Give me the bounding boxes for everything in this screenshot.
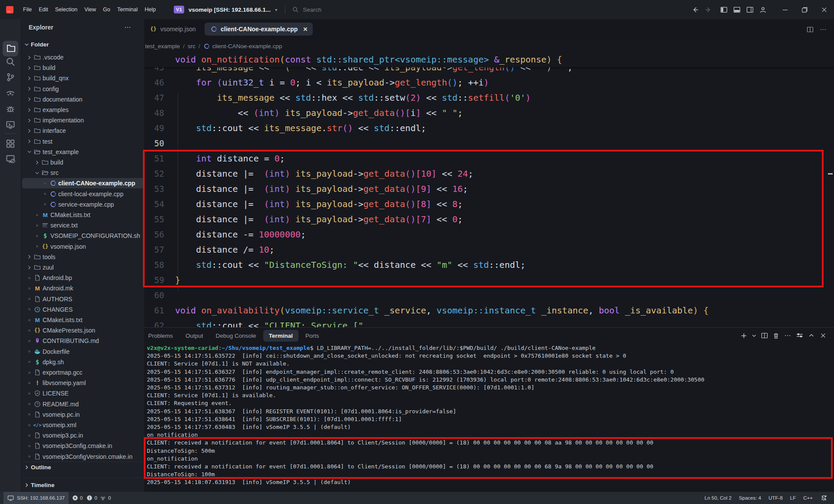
panel-more-actions-icon[interactable]: ⋯ — [782, 332, 794, 339]
tree-file-libvsomeip.yaml[interactable]: !libvsomeip.yaml — [22, 378, 144, 388]
language-mode[interactable]: C++ — [803, 495, 813, 501]
breadcrumb-item[interactable]: src — [188, 43, 195, 49]
split-editor-icon[interactable] — [804, 26, 817, 33]
menu-help[interactable]: Help — [141, 0, 159, 19]
test-screen-activity-icon[interactable] — [0, 117, 21, 132]
tree-file-Android.bp[interactable]: Android.bp — [22, 273, 144, 283]
close-tab-icon[interactable]: ✕ — [303, 26, 308, 33]
maximize-button[interactable] — [795, 0, 814, 19]
tree-folder-build[interactable]: build — [22, 157, 144, 168]
tab-client-CANoe-example.cpp[interactable]: client-CANoe-example.cpp✕ — [205, 23, 313, 36]
tab-vsomeip.json[interactable]: {}vsomeip.json — [144, 23, 201, 36]
notifications-muted-icon[interactable] — [821, 495, 827, 501]
search-activity-icon[interactable] — [0, 54, 21, 69]
tree-file-vsomeip.json[interactable]: {}vsomeip.json — [22, 241, 144, 252]
tree-file-LICENSE[interactable]: LICENSE — [22, 388, 144, 399]
tree-file-dpkg.sh[interactable]: $dpkg.sh — [22, 357, 144, 367]
outline-section-header[interactable]: Outline — [21, 461, 144, 472]
breadcrumb[interactable]: test_example/src/client-CANoe-example.cp… — [144, 40, 834, 52]
split-terminal-icon[interactable] — [758, 332, 770, 339]
cursor-position[interactable]: Ln 50, Col 2 — [705, 495, 731, 501]
title-chevron-down-icon[interactable]: ▾ — [275, 7, 277, 12]
tree-file-exportmap.gcc[interactable]: exportmap.gcc — [22, 367, 144, 378]
timeline-section-header[interactable]: Timeline — [21, 478, 144, 492]
eol-sequence[interactable]: LF — [790, 495, 796, 501]
tree-file-service.txt[interactable]: service.txt — [22, 220, 144, 231]
tree-folder-build_qnx[interactable]: build_qnx — [22, 73, 144, 83]
tree-file-CMakePresets.json[interactable]: {}CMakePresets.json — [22, 325, 144, 336]
tree-file-CHANGES[interactable]: CHANGES — [22, 304, 144, 315]
editor-scrollbar-thumb[interactable] — [828, 173, 833, 175]
tree-file-CONTRIBUTING.md[interactable]: CONTRIBUTING.md — [22, 336, 144, 346]
go-forward-icon[interactable] — [702, 0, 715, 19]
tree-folder-build[interactable]: build — [22, 63, 144, 73]
go-back-icon[interactable] — [688, 0, 702, 19]
editor-more-actions-icon[interactable]: ⋯ — [817, 26, 830, 33]
remote-version-badge[interactable]: V1 — [174, 6, 184, 13]
window-title[interactable]: vsomeip [SSH: 192.168.66.1... — [189, 7, 271, 13]
panel-tab-terminal[interactable]: Terminal — [263, 330, 298, 342]
toggle-secondary-sidebar-icon[interactable] — [743, 0, 756, 19]
tree-folder-implementation[interactable]: implementation — [22, 115, 144, 125]
tree-file-Android.mk[interactable]: MAndroid.mk — [22, 283, 144, 293]
tree-file-VSOMEIP_CONFIGURATION.sh[interactable]: $VSOMEIP_CONFIGURATION.sh — [22, 231, 144, 241]
menu-terminal[interactable]: Terminal — [114, 0, 141, 19]
tree-folder-documentation[interactable]: documentation — [22, 94, 144, 105]
menu-file[interactable]: File — [20, 0, 35, 19]
tree-file-vsomeip.xml[interactable]: </>vsomeip.xml — [22, 420, 144, 430]
menu-view[interactable]: View — [81, 0, 99, 19]
menu-go[interactable]: Go — [99, 0, 114, 19]
encoding[interactable]: UTF-8 — [768, 495, 783, 501]
sticky-scroll-line[interactable]: void on_notification(const std::shared_p… — [144, 52, 834, 67]
tree-file-vsomeip3Config.cmake.in[interactable]: vsomeip3Config.cmake.in — [22, 441, 144, 451]
panel-tab-debug-console[interactable]: Debug Console — [210, 330, 262, 342]
tree-file-client-local-example.cpp[interactable]: client-local-example.cpp — [22, 189, 144, 199]
tree-folder-examples[interactable]: examples — [22, 105, 144, 115]
tree-file-CMakeLists.txt[interactable]: MCMakeLists.txt — [22, 210, 144, 220]
tree-folder-test_example[interactable]: test_example — [22, 147, 144, 157]
tree-file-service-example.cpp[interactable]: service-example.cpp — [22, 199, 144, 210]
new-terminal-icon[interactable] — [738, 333, 750, 339]
close-panel-icon[interactable] — [817, 333, 829, 339]
maximize-panel-icon[interactable] — [805, 333, 817, 339]
menu-edit[interactable]: Edit — [35, 0, 52, 19]
source-control-activity-icon[interactable] — [0, 69, 21, 85]
tree-file-vsomeip3.pc.in[interactable]: vsomeip3.pc.in — [22, 430, 144, 441]
menu-selection[interactable]: Selection — [52, 0, 81, 19]
indentation[interactable]: Spaces: 4 — [739, 495, 761, 501]
tree-file-AUTHORS[interactable]: AUTHORS — [22, 294, 144, 304]
tree-folder-config[interactable]: config — [22, 84, 144, 94]
tree-folder-interface[interactable]: interface — [22, 125, 144, 136]
tree-file-CMakeLists.txt[interactable]: MCMakeLists.txt — [22, 315, 144, 325]
search-input[interactable]: Search — [292, 7, 321, 13]
tree-folder-.vscode[interactable]: .vscode — [22, 52, 144, 63]
tree-file-client-CANoe-example.cpp[interactable]: client-CANoe-example.cpp — [22, 178, 144, 188]
toggle-sidebar-icon[interactable] — [717, 0, 730, 19]
breadcrumb-item[interactable]: client-CANoe-example.cpp — [212, 43, 282, 49]
tree-file-vsomeip3ConfigVersion.cmake.in[interactable]: vsomeip3ConfigVersion.cmake.in — [22, 451, 144, 462]
remote-indicator[interactable]: SSH: 192.168.66.137 — [3, 492, 69, 504]
workspace-folder-header[interactable]: Folder — [21, 39, 144, 49]
terminal-tune-icon[interactable] — [794, 332, 805, 339]
minimize-button[interactable] — [775, 0, 795, 19]
tree-file-README.md[interactable]: ?README.md — [22, 399, 144, 409]
tree-file-vsomeip.pc.in[interactable]: vsomeip.pc.in — [22, 409, 144, 420]
toggle-panel-icon[interactable] — [730, 0, 743, 19]
tree-file-Dockerfile[interactable]: Dockerfile — [22, 346, 144, 357]
debug-activity-icon[interactable] — [0, 101, 21, 117]
problems-indicator[interactable]: 0 0 — [72, 495, 97, 501]
tree-folder-zuul[interactable]: zuul — [22, 262, 144, 273]
remote-explorer-activity-icon[interactable] — [0, 151, 21, 167]
panel-tab-problems[interactable]: Problems — [142, 330, 179, 342]
kill-terminal-icon[interactable] — [770, 333, 782, 339]
close-window-button[interactable] — [814, 0, 834, 19]
extensions-activity-icon[interactable] — [0, 136, 21, 152]
ports-indicator[interactable]: 0 — [100, 495, 111, 501]
account-icon[interactable] — [756, 0, 769, 19]
panel-tab-output[interactable]: Output — [180, 330, 209, 342]
panel-tab-ports[interactable]: Ports — [300, 330, 325, 342]
tree-folder-tools[interactable]: tools — [22, 252, 144, 262]
remote-eye-activity-icon[interactable] — [0, 85, 21, 101]
app-logo-icon[interactable] — [6, 6, 13, 13]
breadcrumb-item[interactable]: test_example — [145, 43, 180, 49]
